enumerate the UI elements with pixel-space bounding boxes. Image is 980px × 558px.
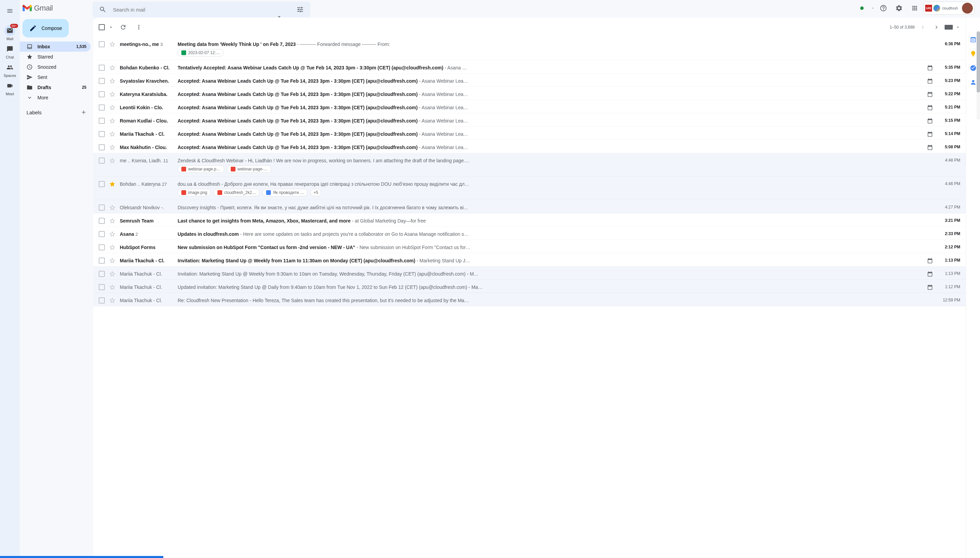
rail-item-mail[interactable]: 99+ Mail: [4, 24, 16, 42]
attachment-chip[interactable]: image.png: [177, 189, 211, 196]
row-checkbox[interactable]: [98, 105, 105, 111]
star-icon[interactable]: [109, 231, 116, 238]
refresh-button[interactable]: [117, 21, 129, 33]
email-row[interactable]: meetings-no., me 3 Meeting data from 'We…: [93, 37, 966, 60]
row-checkbox[interactable]: [98, 181, 105, 187]
row-checkbox[interactable]: [98, 118, 105, 124]
attachment-more-chip[interactable]: +5: [310, 189, 321, 196]
email-row[interactable]: Bohdan Kubenko - Cl. Tentatively Accepte…: [93, 60, 966, 74]
email-row[interactable]: HubSpot Forms New submission on HubSpot …: [93, 240, 966, 253]
row-checkbox[interactable]: [98, 78, 105, 84]
next-page-button[interactable]: [931, 22, 942, 33]
email-row[interactable]: Mariia Tkachuk - Cl. Updated invitation:…: [93, 280, 966, 293]
email-row[interactable]: Semrush Team Last chance to get insights…: [93, 213, 966, 226]
scrollbar[interactable]: [977, 31, 980, 120]
star-icon[interactable]: [109, 217, 116, 224]
logo-area[interactable]: Gmail: [23, 4, 87, 13]
attachment-chip[interactable]: 2023-02-07 12:…: [177, 49, 223, 56]
support-button[interactable]: [877, 2, 890, 15]
row-checkbox[interactable]: [98, 41, 105, 47]
email-row[interactable]: Leontii Kokin - Clo. Accepted: Asana Web…: [93, 100, 966, 113]
rail-item-chat[interactable]: Chat: [4, 42, 16, 61]
star-icon[interactable]: [109, 244, 116, 251]
tasks-app-icon[interactable]: [970, 65, 977, 71]
sidebar-item-snoozed[interactable]: Snoozed: [20, 62, 90, 72]
rail-item-spaces[interactable]: Spaces: [4, 61, 16, 79]
search-bar[interactable]: [92, 2, 310, 17]
settings-button[interactable]: [892, 2, 906, 15]
sidebar-item-more[interactable]: More: [20, 92, 90, 103]
email-row[interactable]: Mariia Tkachuk - Cl. Re: Cloudfresh New …: [93, 293, 966, 306]
row-checkbox[interactable]: [98, 244, 105, 250]
star-icon[interactable]: [109, 131, 116, 138]
prev-page-button[interactable]: [918, 22, 928, 33]
email-row[interactable]: Roman Kudlai - Clou. Accepted: Asana Web…: [93, 113, 966, 126]
select-dropdown-icon[interactable]: [108, 25, 114, 30]
status-chevron-icon[interactable]: [871, 7, 875, 10]
email-row[interactable]: Mariia Tkachuk - Cl. Invitation: Marketi…: [93, 266, 966, 280]
keep-app-icon[interactable]: [970, 50, 977, 57]
star-icon[interactable]: [109, 204, 116, 211]
sidebar-item-starred[interactable]: Starred: [20, 52, 90, 62]
email-row[interactable]: Bohdan .. Kateryna 27 dou.ua & cloudfres…: [93, 177, 966, 200]
email-row[interactable]: me .. Ksenia, Liadh. 11 Zendesk & Cloudf…: [93, 153, 966, 177]
apps-button[interactable]: [908, 2, 921, 15]
row-checkbox[interactable]: [98, 144, 105, 150]
row-checkbox[interactable]: [98, 91, 105, 97]
row-checkbox[interactable]: [98, 65, 105, 71]
rail-item-meet[interactable]: Meet: [4, 79, 16, 97]
star-icon[interactable]: [109, 297, 116, 304]
row-checkbox[interactable]: [98, 218, 105, 224]
add-label-button[interactable]: [80, 108, 88, 117]
email-row[interactable]: Kateryna Karatsiuba. Accepted: Asana Web…: [93, 87, 966, 100]
row-checkbox[interactable]: [98, 205, 105, 211]
account-switcher[interactable]: UIS cloudfresh: [924, 2, 975, 15]
more-actions-button[interactable]: [133, 21, 145, 33]
sidebar-item-drafts[interactable]: Drafts25: [20, 82, 90, 92]
search-options-button[interactable]: [294, 3, 306, 16]
attachment-chip[interactable]: Як проводити …: [263, 189, 308, 196]
star-icon[interactable]: [109, 144, 116, 151]
row-checkbox[interactable]: [98, 284, 105, 290]
row-checkbox[interactable]: [98, 297, 105, 304]
attachment-chip[interactable]: webinar-page-…: [227, 165, 272, 173]
main-menu-button[interactable]: [3, 4, 17, 18]
attachment-chip[interactable]: cloudfresh_2k2…: [214, 189, 259, 196]
status-indicator[interactable]: [860, 7, 863, 10]
row-checkbox[interactable]: [98, 158, 105, 164]
star-icon[interactable]: [109, 41, 116, 48]
attachment-chip[interactable]: webinar-page.p…: [177, 165, 224, 173]
input-tools-button[interactable]: [945, 25, 953, 30]
star-icon[interactable]: [109, 284, 116, 290]
email-row[interactable]: Mariia Tkachuk - Cl. Invitation: Marketi…: [93, 253, 966, 266]
email-scroll[interactable]: 1–50 of 3,688 meetings-no., me 3: [93, 18, 966, 558]
search-input[interactable]: [109, 7, 294, 13]
email-row[interactable]: Asana 2 Updates in cloudfresh.com - Here…: [93, 226, 966, 240]
email-row[interactable]: Max Nakhutin - Clou. Accepted: Asana Web…: [93, 140, 966, 153]
star-icon[interactable]: [109, 77, 116, 84]
select-all-checkbox[interactable]: [98, 24, 105, 30]
email-row[interactable]: Mariia Tkachuk - Cl. Accepted: Asana Web…: [93, 126, 966, 140]
star-icon[interactable]: [109, 257, 116, 264]
compose-button[interactable]: Compose: [23, 19, 69, 38]
email-row[interactable]: Svyatoslav Kravchen. Accepted: Asana Web…: [93, 74, 966, 87]
row-checkbox[interactable]: [98, 131, 105, 137]
star-icon[interactable]: [109, 91, 116, 98]
star-icon[interactable]: [109, 117, 116, 124]
user-avatar[interactable]: [962, 3, 973, 14]
star-icon[interactable]: [109, 181, 116, 187]
star-icon[interactable]: [109, 64, 116, 71]
row-checkbox[interactable]: [98, 231, 105, 237]
input-tools-chevron-icon[interactable]: [955, 25, 960, 30]
sidebar-item-sent[interactable]: Sent: [20, 72, 90, 82]
row-checkbox[interactable]: [98, 258, 105, 264]
star-icon[interactable]: [109, 157, 116, 164]
calendar-app-icon[interactable]: 31: [970, 36, 977, 43]
star-icon[interactable]: [109, 104, 116, 111]
star-icon[interactable]: [109, 271, 116, 277]
sidebar-item-inbox[interactable]: Inbox1,535: [20, 41, 90, 52]
email-row[interactable]: Oleksandr Novikov -. Discovery insights …: [93, 200, 966, 213]
row-checkbox[interactable]: [98, 271, 105, 277]
search-button[interactable]: [97, 3, 109, 16]
scrollbar-thumb[interactable]: [977, 31, 980, 92]
